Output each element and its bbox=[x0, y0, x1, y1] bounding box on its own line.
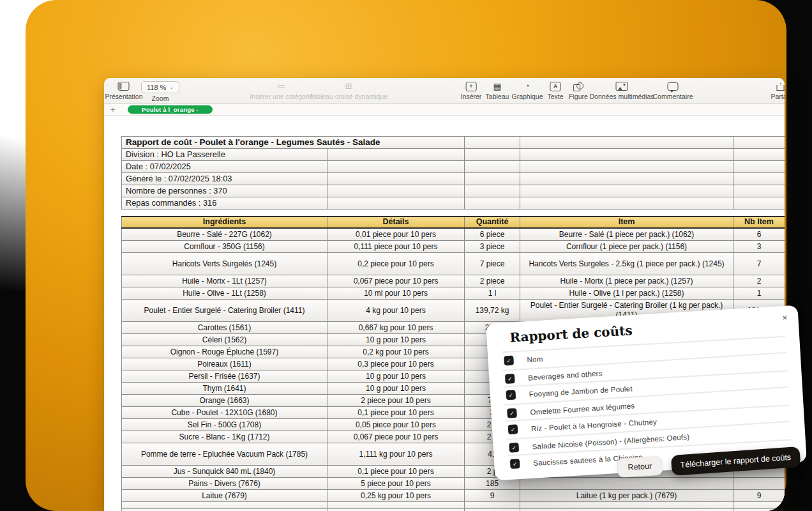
checkbox-checked-icon[interactable]: ✓ bbox=[506, 390, 516, 400]
cell[interactable]: 0,1 piece pour 10 pers bbox=[327, 466, 465, 478]
toolbar-item-figure[interactable]: Figure bbox=[569, 81, 588, 100]
cell[interactable] bbox=[520, 137, 733, 149]
cell[interactable]: 3 piece bbox=[465, 241, 520, 253]
cell[interactable]: 10 g pour 10 pers bbox=[327, 370, 465, 383]
cell[interactable]: Laitue (7679) bbox=[122, 490, 327, 502]
cell[interactable]: 139,72 kg bbox=[465, 300, 520, 322]
cell[interactable]: Beurre - Salé (1 piece per pack.) (1062) bbox=[520, 228, 733, 241]
cell[interactable]: Sucre - Blanc - 1Kg (1712) bbox=[122, 431, 327, 443]
cell[interactable] bbox=[520, 173, 733, 185]
cell[interactable]: Huile - Olive (1 l per pack.) (1258) bbox=[520, 287, 733, 300]
cell[interactable]: Thym (1641) bbox=[122, 383, 327, 395]
back-button[interactable]: Retour bbox=[617, 456, 663, 478]
cell[interactable] bbox=[465, 509, 520, 511]
cell[interactable] bbox=[520, 502, 733, 509]
cell[interactable] bbox=[465, 185, 520, 197]
add-sheet-button[interactable]: + bbox=[110, 105, 116, 114]
checkbox-checked-icon[interactable]: ✓ bbox=[505, 374, 515, 384]
cell[interactable]: Beurre - Salé - 227G (1062) bbox=[122, 228, 327, 241]
cell[interactable]: 0,05 piece pour 10 pers bbox=[327, 419, 465, 431]
toolbar-item-partag[interactable]: ↑Partag bbox=[771, 81, 785, 100]
cell[interactable] bbox=[520, 197, 733, 210]
cell[interactable]: 0,25 kg pour 10 pers bbox=[327, 490, 465, 502]
cell[interactable]: 3 bbox=[733, 241, 785, 253]
checkbox-checked-icon[interactable]: ✓ bbox=[507, 408, 517, 418]
cell[interactable] bbox=[520, 149, 733, 161]
column-header-cell[interactable]: Détails bbox=[327, 217, 465, 228]
cell[interactable] bbox=[520, 210, 733, 217]
cell[interactable]: 10 ml pour 10 pers bbox=[327, 287, 465, 300]
cell[interactable]: 1 bbox=[733, 287, 785, 300]
checkbox-checked-icon[interactable]: ✓ bbox=[504, 356, 514, 366]
cell[interactable]: Poireaux (1611) bbox=[122, 358, 327, 370]
cell[interactable] bbox=[733, 478, 785, 490]
cell[interactable]: Cube - Poulet - 12X10G (1680) bbox=[122, 407, 327, 419]
cell[interactable]: TOTAL bbox=[122, 509, 327, 511]
cell[interactable]: Date : 07/02/2025 bbox=[122, 161, 327, 173]
cell[interactable]: Cornflour - 350G (1156) bbox=[122, 241, 327, 253]
cell[interactable]: 2 piece pour 10 pers bbox=[327, 395, 465, 407]
cell[interactable]: Huile - Morix - 1Lt (1257) bbox=[122, 275, 327, 287]
cell[interactable]: Haricots Verts Surgelés (1245) bbox=[122, 253, 327, 275]
cell[interactable] bbox=[327, 197, 465, 210]
cell[interactable]: Jus - Sunquick 840 mL (1840) bbox=[122, 466, 327, 478]
cell[interactable]: 10 g pour 10 pers bbox=[327, 383, 465, 395]
toolbar-item-graphique[interactable]: ◔Graphique bbox=[511, 81, 543, 100]
cell[interactable]: 9 bbox=[733, 490, 785, 502]
cell[interactable]: Persil - Frisée (1637) bbox=[122, 370, 327, 383]
cell[interactable]: Laitue (1 kg per pack.) (7679) bbox=[520, 490, 733, 502]
column-header-cell[interactable]: Item bbox=[520, 217, 733, 228]
cell[interactable]: Pomme de terre - Epluchée Vacuum Pack (1… bbox=[122, 443, 327, 466]
checkbox-checked-icon[interactable]: ✓ bbox=[508, 424, 518, 434]
cell[interactable]: Oignon - Rouge Épluché (1597) bbox=[122, 346, 327, 358]
cell[interactable]: 1,111 kg pour 10 pers bbox=[327, 443, 465, 466]
cell[interactable] bbox=[465, 502, 520, 509]
cell[interactable]: 2 piece bbox=[465, 275, 520, 287]
cell[interactable]: Céleri (1562) bbox=[122, 334, 327, 346]
cell[interactable] bbox=[327, 210, 465, 217]
cell[interactable] bbox=[465, 149, 520, 161]
cell[interactable] bbox=[327, 509, 465, 511]
cell[interactable] bbox=[733, 161, 785, 173]
checkbox-checked-icon[interactable]: ✓ bbox=[509, 443, 519, 453]
cell[interactable] bbox=[733, 185, 785, 197]
cell[interactable]: 5 piece pour 10 pers bbox=[327, 478, 465, 490]
cell[interactable] bbox=[733, 210, 785, 217]
cell[interactable] bbox=[465, 137, 520, 149]
cell[interactable]: Huile - Morix (1 piece per pack.) (1257) bbox=[520, 275, 733, 287]
cell[interactable]: Repas commandés : 316 bbox=[122, 197, 327, 210]
cell[interactable]: Carottes (1561) bbox=[122, 322, 327, 334]
cell[interactable] bbox=[327, 502, 465, 509]
cell[interactable] bbox=[465, 210, 520, 217]
cell[interactable] bbox=[327, 149, 465, 161]
cell[interactable]: Haricots Verts Surgeles - 2.5kg (1 piece… bbox=[520, 253, 733, 275]
cell[interactable]: 0,067 piece pour 10 pers bbox=[327, 431, 465, 443]
cell[interactable]: 7 piece bbox=[465, 253, 520, 275]
cell[interactable] bbox=[465, 197, 520, 210]
cell[interactable] bbox=[733, 149, 785, 161]
cell[interactable] bbox=[733, 502, 785, 509]
cell[interactable] bbox=[520, 509, 733, 511]
column-header-cell[interactable]: Nb Item bbox=[733, 217, 785, 228]
cell[interactable] bbox=[733, 509, 785, 511]
cell[interactable]: 0,2 kg pour 10 pers bbox=[327, 346, 465, 358]
cell[interactable] bbox=[520, 161, 733, 173]
cell[interactable]: 1 l bbox=[465, 287, 520, 300]
cell[interactable]: Pains - Divers (7676) bbox=[122, 478, 327, 490]
zoom-control[interactable]: 118 % ⌄ Zoom bbox=[141, 81, 179, 102]
close-icon[interactable]: × bbox=[782, 312, 788, 323]
cell[interactable]: Poulet - Entier Surgelé - Catering Broil… bbox=[122, 300, 327, 322]
cell[interactable]: 0,2 piece pour 10 pers bbox=[327, 253, 465, 275]
toolbar-item-donn-es-multim-dias[interactable]: Données multimédias bbox=[590, 81, 654, 100]
checkbox-checked-icon[interactable]: ✓ bbox=[510, 459, 520, 469]
report-title-cell[interactable]: Rapport de coût - Poulet à l'orange - Le… bbox=[122, 137, 465, 149]
sheet-tab-active[interactable]: Poulet à l_orange - bbox=[128, 105, 213, 114]
cell[interactable] bbox=[733, 173, 785, 185]
cell[interactable]: 6 piece bbox=[465, 228, 520, 241]
cell[interactable] bbox=[465, 173, 520, 185]
column-header-cell[interactable]: Ingrédients bbox=[122, 217, 327, 228]
cell[interactable]: Cornflour (1 piece per pack.) (1156) bbox=[520, 241, 733, 253]
toolbar-item-ins-rer[interactable]: +Insérer bbox=[461, 81, 482, 100]
cell[interactable]: 4 kg pour 10 pers bbox=[327, 300, 465, 322]
cell[interactable] bbox=[327, 173, 465, 185]
